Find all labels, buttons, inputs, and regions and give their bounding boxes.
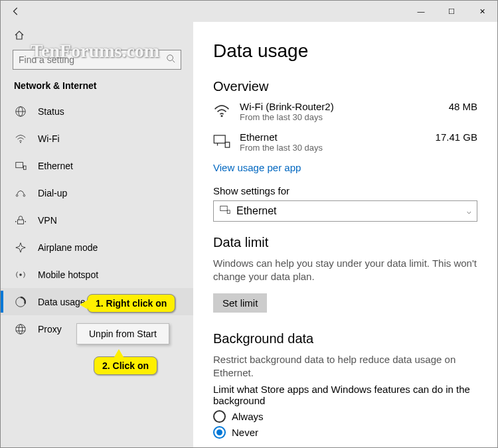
overview-eth-name: Ethernet: [240, 131, 323, 143]
radio-icon: [213, 410, 226, 423]
wifi-icon: [213, 102, 232, 122]
svg-rect-21: [225, 142, 230, 147]
sidebar-item-airplane[interactable]: Airplane mode: [1, 234, 193, 261]
show-settings-value: Ethernet: [236, 205, 276, 217]
svg-point-16: [19, 324, 22, 333]
svg-rect-7: [24, 166, 27, 169]
show-settings-label: Show settings for: [213, 185, 477, 196]
sidebar: Network & Internet Status Wi-Fi Ethernet…: [1, 22, 193, 447]
callout-1: 1. Right click on: [87, 294, 175, 313]
sidebar-item-label: Airplane mode: [38, 242, 98, 253]
globe-icon: [14, 105, 27, 118]
ethernet-icon: [213, 133, 232, 153]
show-settings-select[interactable]: Ethernet ⌵: [213, 200, 477, 222]
main-content: Data usage Overview Wi-Fi (Brink-Router2…: [193, 22, 497, 447]
set-limit-button[interactable]: Set limit: [213, 293, 267, 313]
overview-eth-row: Ethernet From the last 30 days 17.41 GB: [213, 131, 477, 153]
svg-rect-10: [18, 220, 24, 224]
close-button[interactable]: ✕: [467, 1, 497, 22]
view-usage-link[interactable]: View usage per app: [213, 162, 301, 173]
radio-always[interactable]: Always: [213, 410, 477, 423]
sidebar-item-label: Mobile hotspot: [38, 269, 98, 280]
background-data-desc: Restrict background data to help reduce …: [213, 353, 477, 380]
context-menu: Unpin from Start: [76, 323, 169, 344]
context-menu-unpin[interactable]: Unpin from Start: [77, 324, 169, 344]
minimize-button[interactable]: —: [406, 1, 436, 22]
radio-icon: [213, 426, 226, 439]
titlebar: — ☐ ✕: [1, 1, 497, 22]
search-box[interactable]: [13, 50, 181, 70]
overview-eth-sub: From the last 30 days: [240, 143, 323, 153]
sidebar-item-wifi[interactable]: Wi-Fi: [1, 125, 193, 152]
svg-point-5: [20, 141, 21, 143]
radio-label: Never: [232, 427, 258, 438]
sidebar-item-label: Proxy: [38, 324, 62, 335]
background-data-heading: Background data: [213, 331, 477, 346]
overview-wifi-name: Wi-Fi (Brink-Router2): [240, 101, 334, 112]
overview-wifi-sub: From the last 30 days: [240, 112, 334, 122]
svg-rect-20: [214, 135, 225, 143]
category-heading: Network & Internet: [1, 78, 193, 98]
svg-point-13: [19, 273, 22, 276]
sidebar-item-label: VPN: [38, 215, 57, 226]
hotspot-icon: [14, 268, 27, 281]
proxy-icon: [14, 323, 27, 336]
sidebar-item-label: Wi-Fi: [38, 133, 60, 144]
radio-label: Always: [232, 411, 264, 422]
ethernet-icon: [14, 159, 27, 173]
sidebar-item-label: Data usage: [38, 297, 86, 307]
page-title: Data usage: [213, 40, 477, 62]
background-data-desc2: Limit what Store apps and Windows featur…: [213, 384, 477, 406]
back-button[interactable]: [9, 4, 23, 19]
sidebar-item-hotspot[interactable]: Mobile hotspot: [1, 261, 193, 288]
overview-wifi-row: Wi-Fi (Brink-Router2) From the last 30 d…: [213, 101, 477, 122]
svg-point-11: [15, 220, 17, 222]
svg-rect-6: [16, 162, 23, 167]
chevron-down-icon: ⌵: [467, 207, 471, 216]
svg-point-9: [23, 194, 25, 196]
datausage-icon: [14, 295, 27, 309]
overview-wifi-value: 48 MB: [449, 101, 477, 112]
home-button[interactable]: [1, 27, 193, 48]
overview-eth-value: 17.41 GB: [436, 131, 477, 143]
sidebar-item-label: Ethernet: [38, 161, 73, 171]
overview-heading: Overview: [213, 79, 477, 94]
svg-point-8: [16, 194, 18, 196]
svg-rect-23: [220, 206, 227, 210]
wifi-icon: [14, 132, 27, 145]
svg-point-15: [16, 324, 25, 333]
search-input[interactable]: [19, 54, 166, 65]
sidebar-item-ethernet[interactable]: Ethernet: [1, 152, 193, 179]
svg-point-12: [25, 220, 26, 222]
search-icon: [166, 54, 175, 66]
svg-point-19: [220, 115, 222, 117]
sidebar-item-status[interactable]: Status: [1, 98, 193, 125]
svg-point-0: [167, 55, 173, 61]
airplane-icon: [14, 241, 27, 254]
sidebar-item-vpn[interactable]: VPN: [1, 206, 193, 234]
data-limit-heading: Data limit: [213, 235, 477, 250]
radio-never[interactable]: Never: [213, 426, 477, 439]
svg-line-1: [173, 60, 175, 63]
data-limit-desc: Windows can help you stay under your dat…: [213, 257, 477, 284]
maximize-button[interactable]: ☐: [436, 1, 467, 22]
dialup-icon: [14, 187, 27, 200]
vpn-icon: [14, 214, 27, 227]
callout-2: 2. Click on: [94, 356, 157, 375]
sidebar-item-label: Dial-up: [38, 188, 67, 198]
sidebar-item-label: Status: [38, 106, 64, 117]
svg-rect-24: [227, 210, 230, 214]
sidebar-item-dialup[interactable]: Dial-up: [1, 179, 193, 206]
ethernet-icon: [219, 204, 231, 218]
